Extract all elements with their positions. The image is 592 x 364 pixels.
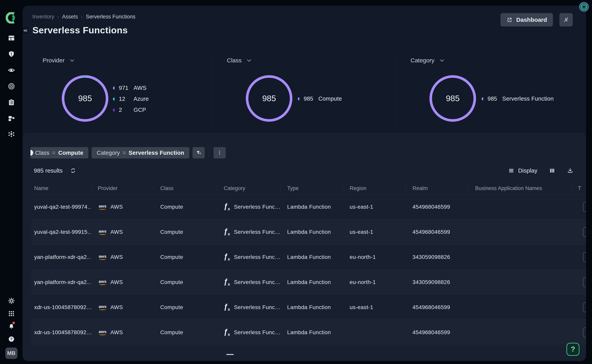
cell-type: Lambda Function (281, 304, 343, 311)
donut-chart[interactable]: 985 (428, 74, 477, 123)
orca-logo[interactable] (6, 12, 17, 24)
table-row[interactable]: yan-platform-xdr-qa2…awsAWSComputeƒxServ… (31, 244, 586, 269)
help-button[interactable]: ? (566, 343, 579, 356)
cell-provider: awsAWS (91, 204, 154, 210)
results-count: 985 results (34, 167, 63, 174)
donut-total: 985 (245, 74, 294, 123)
clipboard-icon[interactable] (7, 98, 16, 107)
help-circle-icon[interactable]: ? (7, 335, 16, 343)
column-header-name[interactable]: Name (31, 185, 91, 191)
column-header-type[interactable]: Type (281, 185, 343, 191)
legend-marker (113, 86, 114, 90)
chart-provider-dropdown[interactable]: Provider (43, 57, 74, 64)
chip-value: Compute (58, 150, 83, 156)
aws-icon: aws (98, 305, 107, 310)
cell-clipped (571, 302, 586, 312)
legend-marker (113, 98, 114, 101)
download-button[interactable] (567, 167, 573, 174)
more-options-button[interactable] (214, 147, 226, 158)
clipped-chip[interactable] (583, 227, 586, 237)
legend-value: 971 (119, 85, 134, 91)
display-button[interactable]: Display (508, 167, 537, 174)
screen: ? MB Inventory › Assets › Serverless Fun… (0, 0, 592, 364)
bullseye-icon[interactable] (7, 82, 16, 91)
clipped-chip[interactable] (583, 327, 586, 337)
legend-item[interactable]: 985Serverless Function (482, 96, 554, 102)
notifications-bell-icon[interactable] (7, 322, 16, 331)
cell-category: ƒxServerless Func… (217, 303, 281, 312)
cell-realm: 454968046599 (406, 304, 468, 311)
table-row[interactable]: yan-platform-xdr-qa2…awsAWSComputeƒxServ… (31, 269, 586, 295)
blocks-icon[interactable] (7, 114, 16, 123)
legend-label: Compute (318, 96, 342, 102)
column-header-category[interactable]: Category (217, 185, 281, 191)
table-row-partial (31, 346, 586, 361)
cell-name[interactable]: xdr-us-10045878092… (31, 304, 91, 311)
donut-chart[interactable]: 985 (245, 74, 294, 123)
legend-label: AWS (134, 85, 147, 91)
chart-class-dropdown[interactable]: Class (227, 57, 251, 64)
lambda-function-icon: ƒx (224, 278, 230, 286)
cell-name[interactable]: yuval-qa2-test-99915… (31, 229, 91, 235)
filter-chip-class[interactable]: Class = Compute (30, 147, 88, 158)
legend-item[interactable]: 985Compute (298, 96, 342, 102)
cell-name[interactable]: xdr-us-10045878092… (31, 329, 91, 336)
clipped-chip[interactable] (583, 302, 586, 312)
clipped-chip[interactable] (583, 252, 586, 262)
cell-name[interactable]: yan-platform-xdr-qa2… (31, 279, 91, 285)
donut-total: 985 (61, 74, 110, 123)
legend-item[interactable]: 2GCP (113, 107, 149, 113)
cell-type: Lambda Function (281, 204, 343, 210)
divider (209, 149, 209, 157)
loading-dash (226, 354, 234, 355)
column-header-provider[interactable]: Provider (91, 185, 154, 191)
cell-name[interactable]: yuval-qa2-test-99974… (31, 204, 91, 210)
panels-icon[interactable] (7, 34, 16, 42)
sidebar-bottom: ? MB (0, 297, 23, 364)
column-header-realm[interactable]: Realm (406, 185, 468, 191)
legend-label: GCP (134, 107, 146, 113)
lambda-function-icon: ƒx (224, 227, 230, 236)
chip-operator: = (52, 150, 56, 156)
table-row[interactable]: yuval-qa2-test-99974…awsAWSComputeƒxServ… (31, 194, 586, 219)
avatar[interactable]: MB (5, 348, 18, 359)
column-header-business-application-names[interactable]: Business Application Names (468, 185, 571, 191)
legend-value: 985 (304, 96, 318, 102)
collapse-sidebar-button[interactable] (23, 26, 30, 35)
cell-type: Lambda Function (281, 254, 343, 260)
cell-region: us-east-1 (343, 204, 406, 210)
column-header-class[interactable]: Class (154, 185, 217, 191)
settings-gear-icon[interactable] (7, 297, 16, 305)
aws-icon: aws (98, 204, 107, 210)
cell-region: eu-north-1 (343, 254, 406, 260)
eye-icon[interactable] (7, 66, 16, 75)
cell-realm: 343059098826 (406, 279, 468, 285)
chart-class: Class 985 985Compute (212, 6, 396, 133)
filter-chip-category[interactable]: Category = Serverless Function (92, 147, 189, 158)
cell-clipped (571, 202, 586, 212)
clipped-chip[interactable] (583, 277, 586, 287)
add-filter-button[interactable] (193, 147, 205, 158)
legend-item[interactable]: 971AWS (113, 85, 149, 91)
column-header-t[interactable]: T (571, 185, 586, 191)
clipped-chip[interactable] (583, 202, 586, 212)
recording-rings-icon[interactable] (578, 1, 590, 13)
cell-realm: 454968046599 (406, 229, 468, 235)
columns-button[interactable] (549, 167, 555, 174)
table-row[interactable]: xdr-us-10045878092…awsAWSComputeƒxServer… (31, 295, 586, 320)
refresh-icon[interactable] (70, 167, 76, 174)
donut-chart[interactable]: 985 (61, 74, 110, 123)
shield-alert-icon[interactable] (7, 50, 16, 58)
lambda-function-icon: ƒx (224, 202, 230, 211)
apps-grid-icon[interactable] (7, 309, 16, 318)
chart-category-dropdown[interactable]: Category (410, 57, 444, 64)
display-label: Display (518, 167, 537, 174)
legend-item[interactable]: 12Azure (113, 96, 149, 102)
legend-value: 2 (119, 107, 134, 113)
table-body: yuval-qa2-test-99974…awsAWSComputeƒxServ… (31, 194, 586, 345)
burst-icon[interactable] (7, 130, 16, 139)
column-header-region[interactable]: Region (343, 185, 406, 191)
table-row[interactable]: xdr-us-10045878092…awsAWSComputeƒxServer… (31, 320, 586, 345)
cell-name[interactable]: yan-platform-xdr-qa2… (31, 254, 91, 260)
table-row[interactable]: yuval-qa2-test-99915…awsAWSComputeƒxServ… (31, 219, 586, 244)
